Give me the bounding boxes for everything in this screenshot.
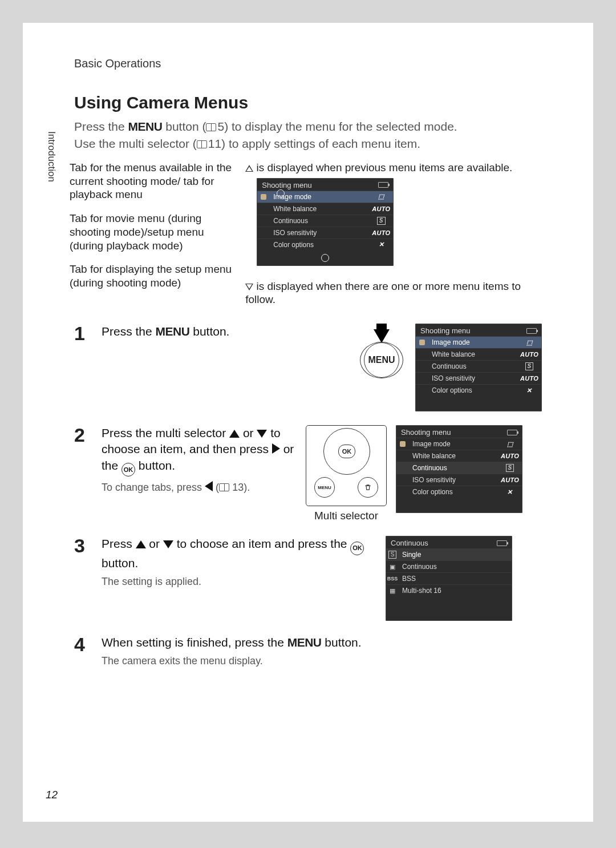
callout-prev-items: is displayed when previous menu items ar… bbox=[245, 161, 542, 175]
lcd-screen-step1: Shooting menu Image mode⬚ White balanceA… bbox=[415, 324, 542, 411]
lcd-row: ISO sensitivity AUTO bbox=[257, 227, 393, 239]
chevron-up-marker bbox=[277, 189, 285, 197]
chevron-down-outline-icon bbox=[245, 284, 253, 290]
diagram-block: Tab for the menus available in the curre… bbox=[23, 158, 593, 306]
callout-more-items: is displayed when there are one or more … bbox=[245, 280, 542, 307]
tab-icon bbox=[261, 194, 266, 200]
callout-tab-movie: Tab for movie menu (during shooting mode… bbox=[70, 212, 234, 252]
page-title: Using Camera Menus bbox=[74, 93, 542, 112]
lcd-title: Shooting menu bbox=[262, 181, 311, 189]
up-triangle-icon bbox=[229, 430, 240, 438]
chevron-down-marker bbox=[321, 254, 329, 262]
arrow-down-icon bbox=[374, 329, 390, 343]
battery-icon bbox=[497, 540, 507, 546]
lcd-screen-step2: Shooting menu Image mode⬚ White balanceA… bbox=[396, 425, 522, 513]
battery-icon bbox=[378, 182, 388, 188]
up-triangle-icon bbox=[136, 540, 146, 548]
step-4: 4 When setting is finished, press the ME… bbox=[74, 635, 542, 667]
chevron-up-outline-icon bbox=[245, 165, 253, 172]
running-head: Basic Operations bbox=[74, 57, 542, 70]
ok-button-icon: OK bbox=[121, 463, 135, 477]
trash-icon bbox=[358, 477, 378, 498]
menu-button-diagram: MENU bbox=[357, 324, 406, 378]
book-icon bbox=[206, 118, 216, 135]
intro-line-2: Use the multi selector ( 11) to apply se… bbox=[74, 135, 542, 152]
step-3: 3 Press or to choose an item and press t… bbox=[74, 536, 542, 621]
lcd-row: White balance AUTO bbox=[257, 203, 393, 215]
left-triangle-icon bbox=[205, 481, 213, 491]
page-number: 12 bbox=[46, 789, 58, 801]
down-triangle-icon bbox=[257, 430, 267, 438]
step-2: 2 Press the multi selector or to choose … bbox=[74, 425, 542, 522]
battery-icon bbox=[507, 430, 517, 435]
callout-tab-setup: Tab for displaying the setup menu (durin… bbox=[70, 263, 234, 290]
side-tab-label: Introduction bbox=[46, 131, 57, 182]
menu-button-icon: MENU bbox=[314, 477, 335, 498]
lcd-row: Color options ✕ bbox=[257, 239, 393, 251]
lcd-row: Continuous S bbox=[257, 215, 393, 227]
multi-selector-diagram: OK MENU bbox=[306, 425, 387, 506]
ok-button-icon: OK bbox=[350, 542, 364, 555]
lcd-screen-step3: Continuous SSingle ▣Continuous BSSBSS ▦M… bbox=[386, 536, 512, 621]
callout-tab-shooting: Tab for the menus available in the curre… bbox=[70, 161, 234, 201]
manual-page: Introduction Basic Operations Using Came… bbox=[23, 23, 593, 822]
battery-icon bbox=[526, 328, 537, 334]
right-triangle-icon bbox=[272, 443, 280, 454]
book-icon bbox=[219, 482, 229, 493]
menu-word: MENU bbox=[128, 120, 163, 133]
book-icon bbox=[197, 135, 207, 152]
down-triangle-icon bbox=[163, 540, 173, 548]
selector-caption: Multi selector bbox=[314, 510, 378, 522]
lcd-screen-main: Shooting menu Image mode ⬚ White balance… bbox=[257, 178, 394, 266]
step-1: 1 Press the MENU button. MENU Shooting m… bbox=[74, 324, 542, 411]
intro-line-1: Press the MENU button ( 5) to display th… bbox=[74, 118, 542, 135]
